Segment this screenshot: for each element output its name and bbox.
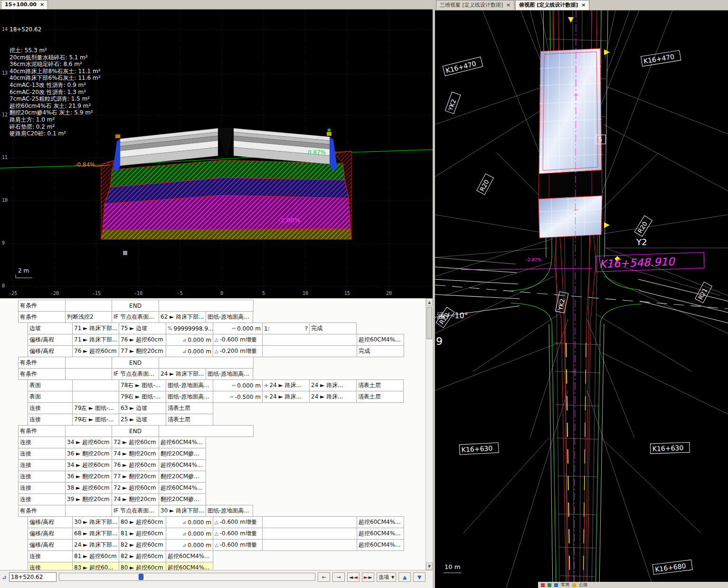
table-cell[interactable]: 81 ► 超挖60cm	[119, 528, 166, 540]
table-cell[interactable]: 图纸-原地面高...	[206, 505, 253, 517]
table-cell[interactable]: 30 ► 路床下部...	[72, 516, 119, 528]
table-cell[interactable]: 82 ► 超挖60cm	[119, 550, 166, 562]
table-row[interactable]: 连接39 ► 翻挖20cm74 ► 翻挖20cm翻挖20CM掺...	[0, 493, 425, 505]
row-type-label[interactable]: 表面	[28, 379, 73, 391]
table-cell[interactable]: 24 ► 路床...	[309, 379, 357, 391]
table-cell[interactable]	[262, 539, 357, 551]
table-cell[interactable]: IF 节点在表面...	[112, 311, 159, 323]
table-cell[interactable]: IF 节点在表面...	[112, 368, 159, 380]
table-cell[interactable]: 超挖60CM4%...	[166, 550, 213, 562]
scrollbar-thumb[interactable]	[426, 307, 432, 339]
tab-section-view[interactable]: 15+100.00 ×	[1, 0, 48, 9]
row-type-label[interactable]: 有条件	[18, 505, 66, 517]
table-cell[interactable]: 62 ► 路床下部...	[159, 311, 206, 323]
table-cell[interactable]: 77 ► 翻挖20cm	[112, 471, 159, 483]
row-type-label[interactable]: 连接	[18, 448, 66, 460]
table-cell[interactable]: 36 ► 翻挖20cm	[65, 471, 112, 483]
table-cell[interactable]: 81 ► 超挖60cm	[72, 550, 119, 562]
table-cell[interactable]: 30 ► 路床下部...	[159, 505, 206, 517]
table-cell[interactable]: 79左 ► 图纸-...	[72, 402, 119, 414]
table-cell[interactable]	[65, 368, 112, 380]
table-cell[interactable]: 24 ► 路床...	[309, 391, 357, 403]
table-row[interactable]: 偏移/高程68 ► 路床下部...81 ► 超挖60cm⊿0.000 m△-0.…	[0, 528, 425, 540]
table-row[interactable]: 表面78右 ► 图纸-...图纸-原地面高...⇿0.000 m✛24 ► 路床…	[0, 379, 425, 391]
table-row[interactable]: 偏移/高程30 ► 路床下部...80 ► 超挖60cm⊿0.000 m△-0.…	[0, 516, 425, 528]
table-cell[interactable]: 80 ► 超挖60cm	[119, 562, 166, 570]
table-cell[interactable]: 71 ► 路床下部...	[72, 334, 119, 346]
table-cell[interactable]: 图纸-原地面高...	[166, 379, 213, 391]
row-type-label[interactable]: 表面	[28, 391, 73, 403]
table-cell[interactable]	[72, 379, 119, 391]
table-cell[interactable]: 超挖60CM4%...	[357, 516, 404, 528]
next-station-button[interactable]: →	[332, 572, 345, 582]
table-cell[interactable]	[65, 505, 112, 517]
table-cell[interactable]	[72, 391, 119, 403]
table-cell[interactable]: △-0.600 m增量	[213, 516, 263, 528]
table-row[interactable]: 有条件IF 节点在表面...24 ► 路床下部...图纸-原地面高...	[0, 368, 425, 380]
table-cell[interactable]: △-0.200 m增量	[213, 345, 263, 357]
table-cell[interactable]: 36 ► 翻挖20cm	[65, 448, 112, 460]
row-type-label[interactable]: 连接	[28, 402, 73, 414]
table-row[interactable]: 偏移/高程76 ► 超挖60cm77 ► 翻挖20cm⊿0.000 m△-0.2…	[0, 345, 425, 357]
tab-plan-view[interactable]: 俯视图 [定义线设计数据] ×	[515, 0, 589, 10]
table-cell[interactable]: IF 节点在表面...	[112, 505, 159, 517]
row-type-label[interactable]: 有条件	[18, 300, 66, 312]
table-cell[interactable]: 24 ► 路床下部...	[72, 539, 119, 551]
table-cell[interactable]: %99999998.9...	[166, 322, 213, 334]
table-cell[interactable]: ⊿0.000 m	[166, 334, 213, 346]
table-cell[interactable]: 图纸-原地面高...	[166, 391, 213, 403]
status-fragment[interactable]: 常用	[561, 582, 569, 588]
table-cell[interactable]: ⊿0.000 m	[166, 345, 213, 357]
row-type-label[interactable]: 偏移/高程	[28, 334, 73, 346]
table-cell[interactable]: 34 ► 超挖60cm	[65, 436, 112, 448]
table-cell[interactable]	[262, 528, 357, 540]
station-input[interactable]	[9, 572, 57, 582]
table-cell[interactable]: 39 ► 翻挖20cm	[65, 493, 112, 505]
row-type-label[interactable]: 连接	[28, 414, 73, 426]
section-viewport[interactable]: -0.84% 0.87% -2.00% 2 m 18+520.62 挖土: 55…	[0, 9, 433, 298]
table-cell[interactable]: 80 ► 超挖60cm	[119, 516, 166, 528]
station-slider[interactable]	[59, 573, 315, 581]
table-cell[interactable]: 判断浅挖2	[65, 311, 112, 323]
table-cell[interactable]: ⇿-0.500 m	[213, 391, 263, 403]
table-cell[interactable]: 超挖60CM4%...	[166, 562, 213, 570]
table-row[interactable]: 连接79右 ► 图纸-...25 ► 边坡清表土层	[0, 414, 425, 426]
row-type-label[interactable]: 连接	[18, 482, 66, 494]
table-cell[interactable]: 清表土层	[356, 391, 404, 403]
table-cell[interactable]: 76 ► 超挖60cm	[112, 459, 159, 471]
table-row[interactable]: 连接34 ► 超挖60cm72 ► 超挖60cm超挖60CM4%...	[0, 436, 425, 448]
table-cell[interactable]	[65, 425, 112, 437]
row-type-label[interactable]: 边坡	[28, 322, 73, 334]
table-row[interactable]: 连接79左 ► 图纸-...63 ► 边坡清表土层	[0, 402, 425, 414]
table-row[interactable]: 表面79右 ► 图纸-...图纸-原地面高...⇿-0.500 m✛24 ► 路…	[0, 391, 425, 403]
table-cell[interactable]: 完成	[309, 322, 357, 334]
row-type-label[interactable]: 有条件	[18, 425, 66, 437]
status-icon-orange[interactable]	[572, 583, 576, 587]
table-row[interactable]: 连接38 ► 超挖60cm72 ► 超挖60cm超挖60CM4%...	[0, 482, 425, 494]
table-cell[interactable]	[65, 357, 112, 369]
table-cell[interactable]: 34 ► 超挖60cm	[65, 459, 112, 471]
table-cell[interactable]: ✛24 ► 路床...	[262, 379, 310, 391]
table-cell[interactable]: 清表土层	[356, 379, 404, 391]
table-cell[interactable]: 翻挖20CM掺...	[159, 448, 206, 460]
table-row[interactable]: 有条件判断浅挖2IF 节点在表面...62 ► 路床下部...图纸-原地面高..…	[0, 311, 425, 323]
table-cell[interactable]: 79右 ► 图纸-...	[119, 391, 166, 403]
table-row[interactable]: 连接83 ► 超挖60...80 ► 超挖60cm超挖60CM4%...	[0, 562, 425, 570]
table-cell[interactable]	[159, 357, 254, 369]
table-cell[interactable]	[159, 300, 254, 312]
row-type-label[interactable]: 连接	[18, 459, 66, 471]
table-cell[interactable]: 77 ► 翻挖20cm	[119, 345, 166, 357]
close-icon[interactable]: ×	[40, 2, 44, 7]
table-row[interactable]: 偏移/高程24 ► 路床下部...82 ► 超挖60cm⊿0.000 m△-0.…	[0, 539, 425, 551]
table-row[interactable]: 连接36 ► 翻挖20cm77 ► 翻挖20cm翻挖20CM掺...	[0, 471, 425, 483]
table-row[interactable]: 偏移/高程71 ► 路床下部...76 ► 超挖60cm⊿0.000 m△-0.…	[0, 334, 425, 346]
status-fragment[interactable]: 公路	[579, 582, 587, 588]
table-cell[interactable]: 超挖60CM4%...	[159, 482, 206, 494]
table-scrollbar[interactable]: ▲ ▼	[425, 298, 433, 570]
table-cell[interactable]	[65, 300, 112, 312]
row-type-label[interactable]: 连接	[28, 562, 73, 570]
table-cell[interactable]: △-0.600 m增量	[213, 539, 263, 551]
table-cell[interactable]: END	[112, 425, 159, 437]
slider-thumb[interactable]	[139, 574, 143, 580]
table-cell[interactable]: △-0.600 m增量	[213, 528, 263, 540]
